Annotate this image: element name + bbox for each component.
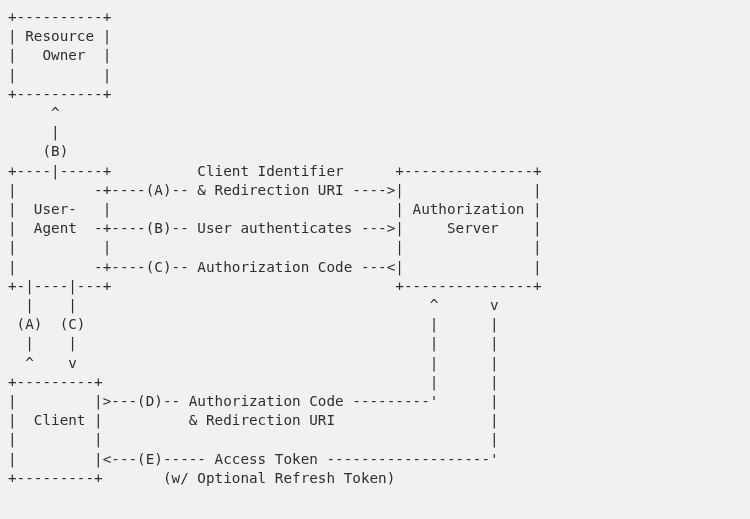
diagram-line: | |: [8, 67, 111, 83]
diagram-line: | Owner |: [8, 47, 111, 63]
diagram-line: | User- | | Authorization |: [8, 201, 542, 217]
diagram-line: | Agent -+----(B)-- User authenticates -…: [8, 220, 542, 236]
diagram-line: | | |: [8, 431, 499, 447]
diagram-line: | | ^ v: [8, 297, 499, 313]
diagram-line: +---------+ (w/ Optional Refresh Token): [8, 470, 395, 486]
diagram-line: | | | |: [8, 335, 499, 351]
diagram-line: | | | |: [8, 239, 542, 255]
diagram-line: | Client | & Redirection URI |: [8, 412, 499, 428]
diagram-line: +----------+: [8, 86, 111, 102]
diagram-line: (B): [8, 143, 68, 159]
diagram-line: | |<---(E)----- Access Token -----------…: [8, 451, 499, 467]
diagram-line: +----------+: [8, 9, 111, 25]
diagram-line: | |>---(D)-- Authorization Code --------…: [8, 393, 499, 409]
diagram-line: | Resource |: [8, 28, 111, 44]
diagram-line: (A) (C) | |: [8, 316, 499, 332]
diagram-line: +---------+ | |: [8, 374, 499, 390]
diagram-line: |: [8, 124, 60, 140]
diagram-line: +----|-----+ Client Identifier +--------…: [8, 163, 542, 179]
diagram-line: ^: [8, 105, 60, 121]
diagram-line: ^ v | |: [8, 355, 499, 371]
diagram-line: | -+----(A)-- & Redirection URI ---->| |: [8, 182, 542, 198]
oauth-ascii-diagram: +----------+ | Resource | | Owner | | | …: [0, 0, 750, 488]
diagram-line: +-|----|---+ +---------------+: [8, 278, 542, 294]
diagram-line: | -+----(C)-- Authorization Code ---<| |: [8, 259, 542, 275]
